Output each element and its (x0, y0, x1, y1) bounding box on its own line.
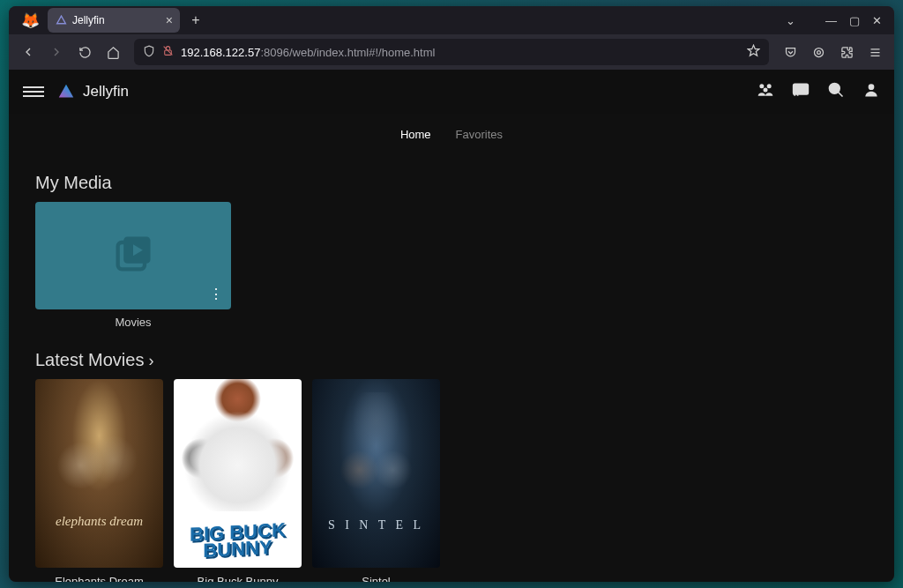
library-item[interactable]: ⋮ Movies (35, 202, 231, 329)
container-icon[interactable] (806, 40, 831, 64)
browser-toolbar: 192.168.122.57:8096/web/index.html#!/hom… (9, 34, 894, 70)
sync-play-icon[interactable] (757, 81, 774, 102)
minimize-icon[interactable]: — (825, 14, 837, 27)
close-icon[interactable]: ✕ (872, 14, 882, 27)
url-host: 192.168.122.57 (181, 46, 260, 59)
svg-point-3 (817, 50, 820, 54)
lock-insecure-icon[interactable] (162, 45, 174, 59)
reload-button[interactable] (72, 40, 97, 64)
kebab-icon[interactable]: ⋮ (209, 286, 222, 302)
bookmark-icon[interactable] (747, 44, 760, 60)
pocket-icon[interactable] (778, 40, 802, 64)
movie-card[interactable]: BIG BUCKBUNNY Big Buck Bunny 2008 (174, 379, 302, 582)
svg-line-9 (839, 93, 843, 97)
movie-poster: elephants dream (35, 379, 163, 568)
app-name: Jellyfin (83, 83, 129, 100)
collection-play-icon (110, 231, 156, 280)
shield-icon[interactable] (143, 45, 155, 60)
app-header: Jellyfin (9, 70, 894, 114)
svg-point-2 (814, 48, 823, 56)
tab-close-icon[interactable]: × (166, 13, 173, 27)
tab-favorites[interactable]: Favorites (456, 123, 503, 146)
menu-button[interactable] (23, 81, 44, 102)
forward-button[interactable] (44, 40, 69, 64)
back-button[interactable] (16, 40, 41, 64)
url-path: :8096/web/index.html#!/home.html (260, 46, 435, 59)
library-card-movies: ⋮ (35, 202, 231, 309)
browser-tab[interactable]: Jellyfin × (48, 8, 180, 33)
app-logo[interactable]: Jellyfin (56, 82, 129, 101)
movie-card[interactable]: S I N T E L Sintel 2010 (312, 379, 440, 582)
maximize-icon[interactable]: ▢ (849, 14, 860, 27)
extensions-icon[interactable] (834, 40, 859, 64)
tab-title: Jellyfin (72, 14, 105, 26)
library-label: Movies (35, 316, 231, 329)
home-button[interactable] (101, 40, 125, 64)
search-icon[interactable] (827, 81, 845, 102)
app-tabs: Home Favorites (9, 114, 894, 155)
cast-icon[interactable] (792, 81, 810, 102)
new-tab-button[interactable]: + (185, 10, 206, 31)
movie-title: Big Buck Bunny (174, 575, 302, 582)
browser-titlebar: 🦊 Jellyfin × + ⌄ — ▢ ✕ (9, 6, 894, 34)
firefox-icon: 🦊 (12, 11, 48, 30)
movie-poster: S I N T E L (312, 379, 440, 568)
tab-home[interactable]: Home (400, 123, 431, 146)
section-title-my-media: My Media (35, 173, 868, 193)
svg-point-10 (869, 84, 875, 90)
svg-point-8 (830, 84, 840, 94)
movie-card[interactable]: elephants dream Elephants Dream 2006 (35, 379, 163, 582)
user-icon[interactable] (862, 81, 880, 102)
movie-title: Elephants Dream (35, 575, 163, 582)
jellyfin-logo-icon (56, 82, 76, 101)
tab-favicon (55, 14, 67, 26)
section-title-latest-movies[interactable]: Latest Movies (35, 350, 868, 370)
movie-title: Sintel (312, 575, 440, 582)
app-menu-icon[interactable] (862, 40, 887, 64)
movie-poster: BIG BUCKBUNNY (174, 379, 302, 568)
address-bar[interactable]: 192.168.122.57:8096/web/index.html#!/hom… (134, 39, 769, 65)
tabs-dropdown-icon[interactable]: ⌄ (786, 14, 795, 27)
